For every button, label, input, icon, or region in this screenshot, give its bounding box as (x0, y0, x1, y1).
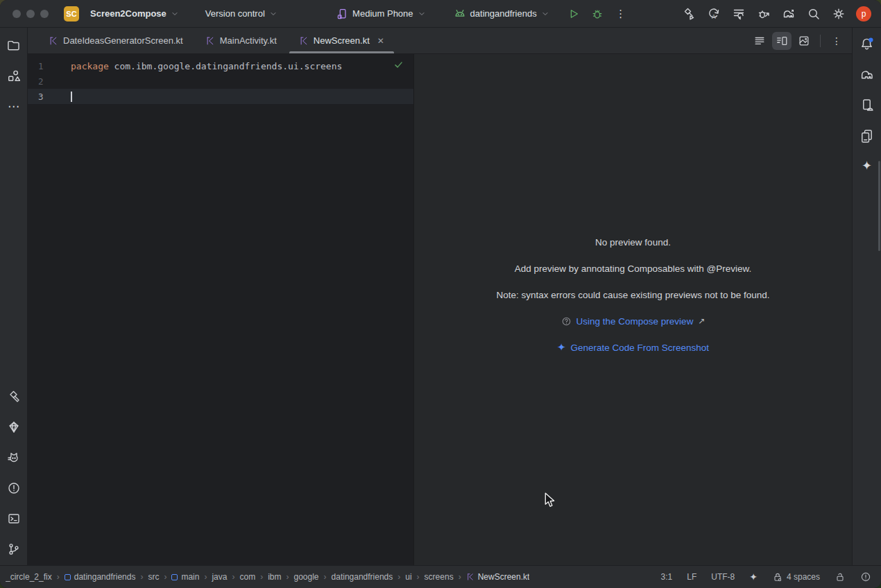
search-icon (807, 7, 821, 21)
problems-tool-button[interactable] (5, 479, 23, 497)
status-bar: _circle_2_fix › datingandfriends › src ›… (0, 565, 881, 588)
user-avatar[interactable]: p (856, 6, 871, 21)
tab-newscreen[interactable]: NewScreen.kt ✕ (288, 28, 395, 53)
elephant-sync-icon (782, 7, 796, 21)
editor-options-button[interactable]: ⋮ (827, 32, 846, 50)
minimize-window-button[interactable] (26, 10, 35, 18)
more-tool-windows-button[interactable]: ⋯ (5, 97, 23, 115)
preview-message-2: Add preview by annotating Composables wi… (515, 255, 752, 282)
breadcrumb-separator: › (260, 572, 263, 582)
phone-device-icon (336, 8, 348, 20)
right-tool-strip: ✦ (852, 28, 881, 565)
app-quality-insights-tool-button[interactable] (5, 418, 23, 436)
encoding-widget[interactable]: UTF-8 (711, 572, 735, 582)
compose-preview-help-link[interactable]: Using the Compose preview (576, 316, 694, 327)
version-control-label: Version control (205, 8, 265, 19)
sync-a-icon: A (707, 7, 721, 21)
run-config-label: datingandfriends (470, 8, 537, 19)
breadcrumb-item[interactable]: datingandfriends (332, 572, 393, 582)
run-button[interactable] (563, 4, 584, 24)
inspections-ok-check-icon[interactable] (393, 60, 404, 70)
running-devices-icon (859, 98, 874, 112)
breadcrumb-separator: › (286, 572, 289, 582)
breadcrumb-item[interactable]: com (239, 572, 255, 582)
restore-changes-button[interactable] (728, 4, 749, 24)
preview-message-1: No preview found. (595, 229, 671, 255)
breadcrumb-item-file[interactable]: NewScreen.kt (466, 572, 530, 582)
tab-mainactivity[interactable]: MainActivity.kt (194, 28, 288, 53)
close-tab-icon[interactable]: ✕ (377, 36, 384, 46)
file-writable-widget[interactable] (835, 571, 846, 582)
device-selector[interactable]: Medium Phone (330, 4, 431, 24)
ide-window: SC Screen2Compose Version control Medium… (0, 0, 881, 588)
maximize-window-button[interactable] (40, 10, 49, 18)
project-tool-button[interactable] (5, 36, 23, 54)
left-tool-strip: ⋯ (0, 28, 28, 565)
indent-widget[interactable]: 4 spaces (772, 571, 820, 582)
project-logo: SC (64, 6, 79, 21)
more-horizontal-icon: ⋯ (8, 99, 19, 114)
breadcrumb-separator: › (204, 572, 207, 582)
build-run-button[interactable] (678, 4, 699, 24)
notifications-button[interactable] (858, 35, 876, 53)
gradle-sync-button[interactable] (778, 4, 799, 24)
breadcrumb-item[interactable]: _circle_2_fix (6, 572, 52, 582)
list-revert-icon (732, 7, 746, 21)
logcat-tool-button[interactable] (5, 449, 23, 467)
design-view-button[interactable] (794, 32, 814, 50)
android-icon (454, 8, 466, 20)
chevron-down-icon (171, 10, 179, 18)
device-manager-tool-button[interactable] (858, 126, 876, 144)
mouse-cursor (543, 492, 557, 508)
breadcrumb-item[interactable]: java (212, 572, 227, 582)
kotlin-file-icon (299, 36, 309, 46)
inspections-widget[interactable] (860, 571, 871, 582)
code-view-button[interactable] (750, 32, 769, 50)
terminal-tool-button[interactable] (5, 510, 23, 528)
breadcrumb-item[interactable]: google (293, 572, 318, 582)
hammer-run-icon (682, 7, 696, 21)
kotlin-file-icon (205, 36, 215, 46)
split-view-button[interactable] (772, 32, 792, 50)
kotlin-file-icon (466, 573, 474, 581)
breadcrumb-item[interactable]: ui (405, 572, 411, 582)
project-selector[interactable]: Screen2Compose (85, 4, 185, 24)
breadcrumb-item[interactable]: datingandfriends (65, 572, 136, 582)
resource-manager-tool-button[interactable] (5, 67, 23, 85)
module-icon (171, 574, 178, 580)
version-control-tool-button[interactable] (5, 540, 23, 558)
tab-label: DateIdeasGeneratorScreen.kt (63, 35, 183, 46)
search-everywhere-button[interactable] (803, 4, 824, 24)
caret-position-widget[interactable]: 3:1 (661, 572, 673, 582)
code-editor[interactable]: 1 package com.ibm.google.datingandfriend… (28, 54, 413, 565)
code-text: com.ibm.google.datingandfriends.ui.scree… (109, 61, 343, 71)
generate-code-from-screenshot-link[interactable]: Generate Code From Screenshot (570, 343, 709, 353)
line-separator-widget[interactable]: LF (687, 572, 696, 582)
line-number: 3 (28, 92, 71, 102)
svg-text:A: A (712, 13, 716, 20)
bug-arrow-icon (757, 7, 771, 21)
run-play-icon (567, 8, 580, 20)
running-devices-tool-button[interactable] (858, 96, 876, 114)
tab-dateideasgeneratorscreen[interactable]: DateIdeasGeneratorScreen.kt (37, 28, 194, 53)
more-run-actions-button[interactable]: ⋮ (610, 4, 631, 24)
kebab-icon: ⋮ (832, 35, 841, 46)
close-window-button[interactable] (12, 10, 21, 18)
scrollbar-thumb[interactable] (878, 161, 880, 251)
module-icon (65, 574, 71, 580)
settings-button[interactable] (828, 4, 849, 24)
breadcrumb-item[interactable]: ibm (268, 572, 281, 582)
gemini-tool-button[interactable]: ✦ (858, 157, 876, 175)
debug-button[interactable] (587, 4, 608, 24)
build-tool-button[interactable] (5, 388, 23, 406)
sync-translations-button[interactable]: A (703, 4, 724, 24)
breadcrumb-item[interactable]: src (148, 572, 159, 582)
attach-debugger-button[interactable] (753, 4, 774, 24)
gradle-tool-button[interactable] (858, 65, 876, 83)
breadcrumb-item[interactable]: main (171, 572, 199, 582)
run-configuration-selector[interactable]: datingandfriends (448, 4, 555, 24)
breadcrumb-separator: › (140, 572, 143, 582)
breadcrumb-item[interactable]: screens (425, 572, 454, 582)
gemini-status-icon[interactable]: ✦ (749, 571, 758, 582)
version-control-menu[interactable]: Version control (200, 4, 283, 24)
